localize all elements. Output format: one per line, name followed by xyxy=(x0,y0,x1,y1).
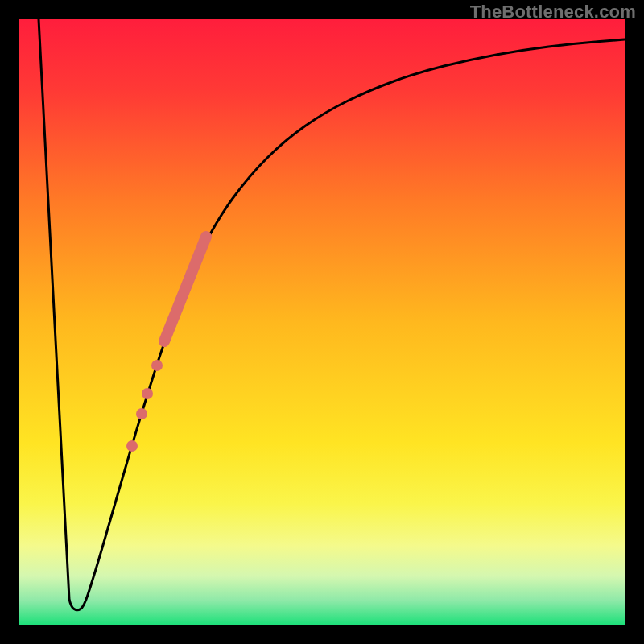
chart-frame: TheBottleneck.com xyxy=(0,0,644,644)
gradient-background xyxy=(19,19,625,625)
watermark-text: TheBottleneck.com xyxy=(470,2,636,23)
plot-area xyxy=(19,19,625,625)
highlight-dot xyxy=(136,408,147,419)
highlight-dot xyxy=(151,360,163,371)
highlight-dot xyxy=(126,440,138,452)
highlight-dot xyxy=(142,388,153,399)
chart-canvas xyxy=(19,19,625,625)
